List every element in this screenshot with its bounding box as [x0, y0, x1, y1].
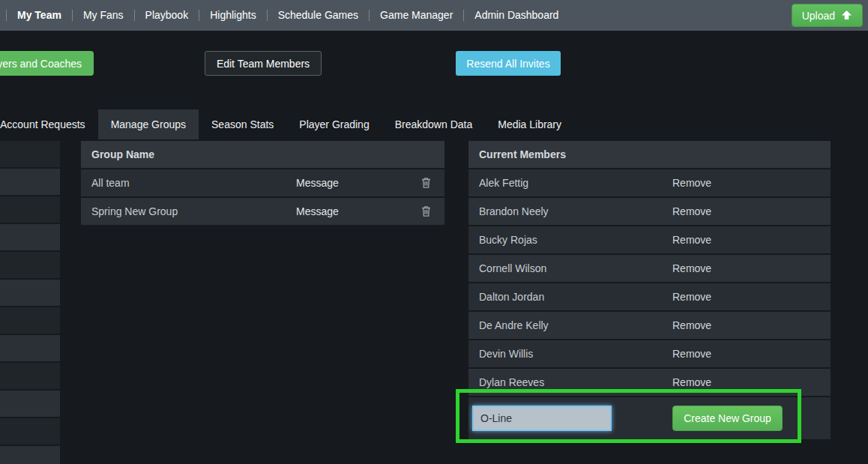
- remove-button[interactable]: Remove: [672, 376, 711, 388]
- cropped-roster-list: [0, 141, 60, 464]
- nav-item-game-manager[interactable]: Game Manager: [370, 0, 463, 31]
- member-row: Dylan Reeves Remove: [468, 369, 831, 396]
- upload-icon: [841, 10, 852, 20]
- member-name: Devin Willis: [479, 348, 533, 360]
- group-row[interactable]: Spring New Group Message: [81, 198, 444, 225]
- cropped-roster-row: [0, 446, 60, 464]
- upload-button-label: Upload: [802, 10, 835, 22]
- remove-button[interactable]: Remove: [672, 234, 711, 246]
- cropped-roster-row: [0, 196, 60, 223]
- member-name: Bucky Rojas: [479, 234, 537, 246]
- cropped-roster-row: [0, 391, 60, 417]
- group-name: Spring New Group: [91, 205, 178, 217]
- member-row: Devin Willis Remove: [468, 340, 831, 367]
- member-row: Bucky Rojas Remove: [468, 226, 831, 253]
- nav-item-schedule-games[interactable]: Schedule Games: [268, 0, 369, 31]
- message-button[interactable]: Message: [296, 205, 339, 217]
- groups-panel-header: Group Name: [81, 141, 444, 168]
- tab-bar: Account Requests Manage Groups Season St…: [0, 109, 574, 139]
- create-group-row: Create New Group: [468, 397, 831, 439]
- nav-item-admin-dashboard[interactable]: Admin Dashboard: [464, 0, 569, 31]
- remove-button[interactable]: Remove: [672, 291, 711, 303]
- trash-icon[interactable]: [421, 178, 431, 189]
- member-name: Cornell Wilson: [479, 262, 546, 274]
- nav-item-my-team[interactable]: My Team: [7, 0, 72, 31]
- cropped-roster-row: [0, 418, 60, 445]
- cropped-roster-row: [0, 335, 60, 361]
- tab-player-grading[interactable]: Player Grading: [286, 109, 382, 139]
- cropped-roster-row: [0, 280, 60, 306]
- members-panel-header: Current Members: [468, 141, 831, 168]
- trash-icon[interactable]: [421, 206, 431, 217]
- tab-manage-groups[interactable]: Manage Groups: [98, 109, 199, 139]
- groups-header-label: Group Name: [91, 148, 154, 160]
- tab-account-requests[interactable]: Account Requests: [0, 109, 98, 139]
- members-header-label: Current Members: [479, 148, 566, 160]
- member-row: Dalton Jordan Remove: [468, 283, 831, 310]
- upload-button[interactable]: Upload: [792, 4, 863, 27]
- groups-panel: Group Name All team Message Spring New G…: [81, 141, 444, 225]
- message-button[interactable]: Message: [296, 177, 339, 189]
- nav-item-playbook[interactable]: Playbook: [135, 0, 199, 31]
- nav-item-my-fans[interactable]: My Fans: [73, 0, 134, 31]
- app-window: My Team My Fans Playbook Highlights Sche…: [0, 0, 868, 464]
- remove-button[interactable]: Remove: [672, 205, 711, 217]
- tab-media-library[interactable]: Media Library: [485, 109, 574, 139]
- tab-breakdown-data[interactable]: Breakdown Data: [382, 109, 486, 139]
- cropped-roster-row: [0, 252, 60, 278]
- member-name: Alek Fettig: [479, 177, 528, 189]
- member-row: De Andre Kelly Remove: [468, 312, 831, 339]
- group-name: All team: [91, 177, 130, 189]
- member-row: Brandon Neely Remove: [468, 198, 831, 225]
- remove-button[interactable]: Remove: [672, 262, 711, 274]
- remove-button[interactable]: Remove: [672, 177, 711, 189]
- tab-season-stats[interactable]: Season Stats: [199, 109, 286, 139]
- resend-all-invites-button[interactable]: Resend All Invites: [456, 51, 561, 76]
- members-panel: Current Members Alek Fettig Remove Brand…: [468, 141, 831, 439]
- players-and-coaches-button[interactable]: Players and Coaches: [0, 51, 94, 76]
- new-group-name-input[interactable]: [472, 406, 612, 431]
- top-nav: My Team My Fans Playbook Highlights Sche…: [0, 0, 868, 31]
- member-name: Brandon Neely: [479, 205, 549, 217]
- nav-item-highlights[interactable]: Highlights: [199, 0, 266, 31]
- remove-button[interactable]: Remove: [672, 348, 711, 360]
- member-row: Alek Fettig Remove: [468, 169, 831, 196]
- member-name: De Andre Kelly: [479, 319, 549, 331]
- member-row: Cornell Wilson Remove: [468, 255, 831, 282]
- member-name: Dylan Reeves: [479, 376, 544, 388]
- cropped-roster-row: [0, 169, 60, 195]
- cropped-roster-row: [0, 141, 60, 167]
- create-new-group-button[interactable]: Create New Group: [672, 406, 783, 431]
- cropped-roster-row: [0, 307, 60, 334]
- member-name: Dalton Jordan: [479, 291, 544, 303]
- edit-team-members-button[interactable]: Edit Team Members: [205, 51, 322, 76]
- remove-button[interactable]: Remove: [672, 319, 711, 331]
- cropped-roster-row: [0, 363, 60, 389]
- group-row[interactable]: All team Message: [81, 169, 444, 196]
- cropped-roster-row: [0, 224, 60, 250]
